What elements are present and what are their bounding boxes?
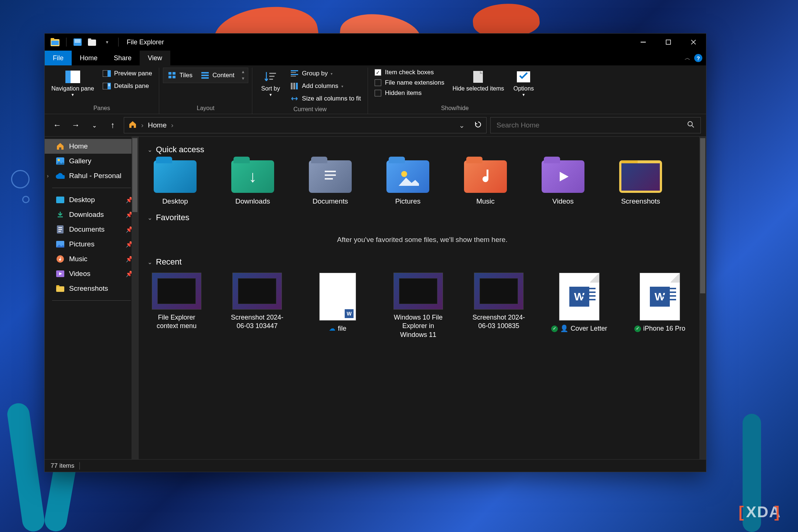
svg-rect-56	[582, 295, 596, 297]
tab-file[interactable]: File	[45, 51, 72, 65]
minimize-button[interactable]	[631, 34, 656, 51]
sidebar-item-gallery[interactable]: Gallery	[45, 154, 138, 168]
up-button[interactable]: ↑	[105, 118, 120, 133]
tab-view[interactable]: View	[140, 51, 170, 65]
search-box[interactable]	[490, 117, 701, 133]
checkbox-checked-icon: ✓	[375, 69, 381, 76]
window-title: File Explorer	[127, 38, 164, 46]
details-pane-icon	[102, 82, 111, 91]
recent-item[interactable]: Windows 10 File Explorer in Windows 11	[389, 273, 447, 339]
quick-access-downloads[interactable]: ↓Downloads	[225, 160, 280, 205]
layout-tiles-button[interactable]: Tiles	[165, 69, 195, 81]
sidebar-item-pictures[interactable]: Pictures📌	[45, 237, 138, 252]
sidebar-item-desktop[interactable]: Desktop📌	[45, 192, 138, 207]
item-label: Documents	[313, 197, 348, 205]
sidebar-item-label: Pictures	[69, 240, 95, 248]
back-button[interactable]: ←	[50, 118, 65, 133]
svg-rect-27	[269, 79, 273, 80]
hidden-items-toggle[interactable]: Hidden items	[372, 88, 447, 98]
sidebar-scrollbar[interactable]	[132, 137, 138, 459]
recent-item[interactable]: W✓👤Cover Letter	[550, 273, 608, 339]
sidebar-item-label: Desktop	[69, 196, 95, 204]
item-checkboxes-toggle[interactable]: ✓Item check boxes	[372, 68, 447, 77]
search-input[interactable]	[497, 121, 687, 129]
layout-scroll-down-icon[interactable]: ▼	[241, 76, 245, 81]
quick-access-videos[interactable]: Videos	[535, 160, 591, 205]
recent-item[interactable]: W☁file	[308, 273, 367, 339]
collapse-ribbon-icon[interactable]: ︿	[685, 54, 690, 62]
sidebar-item-downloads[interactable]: Downloads📌	[45, 207, 138, 222]
section-quick-access[interactable]: ⌄Quick access	[147, 145, 697, 154]
item-label: Screenshot 2024-06-03 103447	[228, 313, 286, 331]
sidebar-item-documents[interactable]: Documents📌	[45, 222, 138, 237]
preview-pane-button[interactable]: Preview pane	[99, 68, 155, 79]
screenshot-thumbnail	[393, 273, 443, 310]
item-label: Downloads	[235, 197, 270, 205]
svg-rect-24	[201, 77, 209, 79]
svg-rect-25	[269, 73, 276, 74]
qat-properties-icon[interactable]	[72, 37, 83, 47]
group-by-button[interactable]: Group by ▾	[287, 68, 364, 79]
maximize-button[interactable]	[656, 34, 681, 51]
svg-rect-17	[108, 85, 110, 86]
sidebar-item-onedrive[interactable]: ›Rahul - Personal	[45, 168, 138, 183]
titlebar: ▼ File Explorer	[45, 34, 706, 51]
ribbon-group-layout: Tiles Content ▲ ▼ Layout	[159, 68, 253, 114]
recent-item[interactable]: Screenshot 2024-06-03 103447	[228, 273, 286, 339]
details-pane-button[interactable]: Details pane	[99, 80, 155, 92]
layout-scroll-up-icon[interactable]: ▲	[241, 69, 245, 74]
forward-button[interactable]: →	[68, 118, 83, 133]
hide-selected-button[interactable]: Hide selected items	[450, 68, 507, 93]
onedrive-icon	[56, 171, 65, 180]
xda-watermark: XDA	[739, 503, 783, 521]
sidebar-item-label: Gallery	[69, 157, 91, 165]
currentview-group-label: Current view	[256, 105, 364, 115]
sidebar-item-label: Videos	[69, 270, 91, 278]
svg-rect-29	[291, 72, 296, 73]
address-bar[interactable]: › Home › ⌄	[124, 117, 487, 133]
recent-item[interactable]: Screenshot 2024-06-03 100835	[470, 273, 528, 339]
qat-dropdown-icon[interactable]: ▼	[102, 37, 112, 47]
app-icon	[50, 37, 60, 47]
options-button[interactable]: Options▼	[509, 68, 538, 98]
section-favorites[interactable]: ⌄Favorites	[147, 213, 697, 222]
quick-access-desktop[interactable]: Desktop	[147, 160, 203, 205]
chevron-right-icon[interactable]: ›	[47, 173, 49, 179]
size-all-columns-button[interactable]: Size all columns to fit	[287, 93, 364, 105]
svg-rect-48	[56, 286, 64, 292]
item-label: Desktop	[162, 197, 188, 205]
quick-access-screenshots[interactable]: Screenshots	[613, 160, 668, 205]
options-icon	[516, 69, 531, 85]
add-columns-button[interactable]: Add columns ▾	[287, 80, 364, 92]
navigation-pane-button[interactable]: Navigation pane▼	[48, 68, 97, 98]
sort-by-button[interactable]: Sort by▼	[256, 68, 285, 98]
breadcrumb-home[interactable]: Home	[148, 121, 167, 129]
help-icon[interactable]: ?	[694, 54, 702, 62]
address-dropdown-icon[interactable]: ⌄	[459, 121, 465, 130]
quick-access-music[interactable]: Music	[458, 160, 513, 205]
file-extensions-toggle[interactable]: File name extensions	[372, 78, 447, 88]
recent-item[interactable]: File Explorer context menu	[147, 273, 206, 339]
svg-rect-9	[666, 40, 671, 44]
group-by-icon	[290, 69, 299, 78]
quick-access-documents[interactable]: Documents	[303, 160, 358, 205]
sidebar-item-screenshots[interactable]: Screenshots	[45, 281, 138, 296]
close-button[interactable]	[681, 34, 706, 51]
svg-rect-43	[58, 229, 62, 230]
sidebar-item-music[interactable]: Music📌	[45, 252, 138, 266]
tab-home[interactable]: Home	[72, 51, 106, 65]
qat-newfolder-icon[interactable]	[87, 37, 98, 47]
tab-share[interactable]: Share	[106, 51, 140, 65]
content-scrollbar[interactable]	[699, 137, 706, 459]
recent-item[interactable]: W✓iPhone 16 Pro	[631, 273, 689, 339]
layout-content-button[interactable]: Content	[198, 69, 238, 81]
section-recent[interactable]: ⌄Recent	[147, 257, 697, 267]
quick-access-pictures[interactable]: Pictures	[380, 160, 436, 205]
sidebar-item-home[interactable]: Home	[45, 139, 138, 154]
panes-group-label: Panes	[48, 103, 155, 114]
refresh-button[interactable]	[474, 121, 482, 130]
svg-rect-57	[582, 299, 596, 300]
sidebar-item-label: Screenshots	[69, 284, 108, 293]
history-dropdown[interactable]: ⌄	[87, 118, 102, 133]
sidebar-item-videos[interactable]: Videos📌	[45, 266, 138, 281]
